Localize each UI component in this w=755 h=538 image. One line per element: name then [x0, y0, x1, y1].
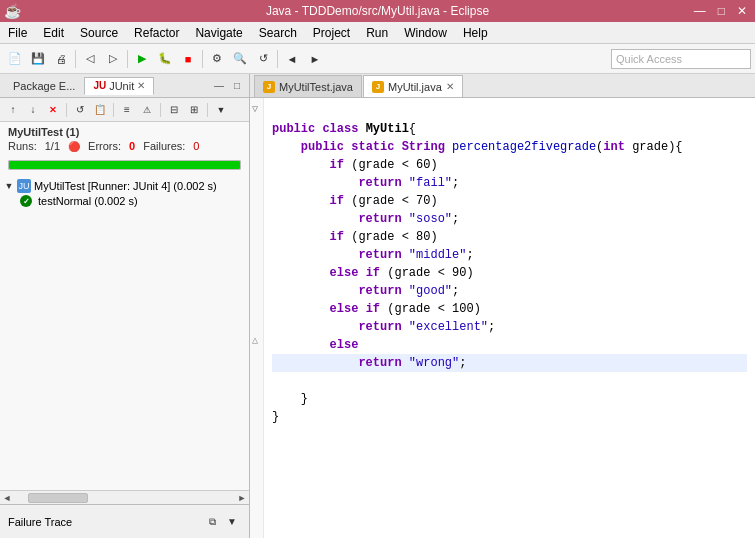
editor-tabs: J MyUtilTest.java J MyUtil.java ✕ — [250, 74, 755, 98]
title-bar-icon: ☕ — [4, 3, 21, 19]
fold-class[interactable]: ▽ — [250, 102, 263, 117]
tab-package-explorer[interactable]: Package E... — [4, 77, 84, 95]
junit-icon: JU — [93, 80, 106, 91]
menu-help[interactable]: Help — [455, 24, 496, 42]
menu-edit[interactable]: Edit — [35, 24, 72, 42]
myutil-tab-close[interactable]: ✕ — [446, 81, 454, 92]
code-editor[interactable]: ▽ △ public class MyUtil{ public static S… — [250, 98, 755, 538]
toolbar-next-btn[interactable]: ▷ — [102, 48, 124, 70]
junit-sep-4 — [207, 103, 208, 117]
junit-sep-1 — [66, 103, 67, 117]
test-tree[interactable]: ▼ JU MyUtilTest [Runner: JUnit 4] (0.002… — [0, 174, 249, 490]
toolbar-sep-2 — [127, 50, 128, 68]
junit-err-btn[interactable]: ✕ — [44, 101, 62, 119]
menu-search[interactable]: Search — [251, 24, 305, 42]
junit-rerun-btn[interactable]: ↺ — [71, 101, 89, 119]
main-area: Package E... JU JUnit ✕ — □ ↑ ↓ ✕ ↺ 📋 ≡ … — [0, 74, 755, 538]
tree-item-test[interactable]: ✓ testNormal (0.002 s) — [0, 194, 249, 208]
menu-navigate[interactable]: Navigate — [187, 24, 250, 42]
myutiltest-tab-label: MyUtilTest.java — [279, 81, 353, 93]
panel-controls: — □ — [211, 78, 245, 94]
tree-item-suite[interactable]: ▼ JU MyUtilTest [Runner: JUnit 4] (0.002… — [0, 178, 249, 194]
toolbar-sep-3 — [202, 50, 203, 68]
close-btn[interactable]: ✕ — [733, 4, 751, 18]
toolbar-new-btn[interactable]: 📄 — [4, 48, 26, 70]
junit-sep-3 — [160, 103, 161, 117]
menu-bar: File Edit Source Refactor Navigate Searc… — [0, 22, 755, 44]
errors-value: 0 — [129, 140, 135, 152]
toolbar-debug-btn[interactable]: 🐛 — [154, 48, 176, 70]
toolbar-sep-4 — [277, 50, 278, 68]
quick-access-field[interactable]: Quick Access — [611, 49, 751, 69]
title-bar: ☕ Java - TDDDemo/src/MyUtil.java - Eclip… — [0, 0, 755, 22]
tab-myutiltest[interactable]: J MyUtilTest.java — [254, 75, 362, 97]
fold-method-end[interactable]: △ — [250, 333, 263, 348]
toolbar-fwd-hist-btn[interactable]: ► — [304, 48, 326, 70]
myutil-tab-icon: J — [372, 81, 384, 93]
junit-layout2-btn[interactable]: ⊞ — [185, 101, 203, 119]
tab-junit-label: JUnit — [109, 80, 134, 92]
junit-toolbar: ↑ ↓ ✕ ↺ 📋 ≡ ⚠ ⊟ ⊞ ▼ — [0, 98, 249, 122]
toolbar-search-btn[interactable]: 🔍 — [229, 48, 251, 70]
junit-toggle-btn[interactable]: ≡ — [118, 101, 136, 119]
menu-refactor[interactable]: Refactor — [126, 24, 187, 42]
junit-history-btn[interactable]: 📋 — [91, 101, 109, 119]
test-info: MyUtilTest (1) Runs: 1/1 🔴 Errors: 0 Fai… — [0, 122, 249, 156]
junit-next-fail-btn[interactable]: ↓ — [24, 101, 42, 119]
test-pass-icon: ✓ — [20, 195, 32, 207]
test-progress-fill — [9, 161, 240, 169]
tab-myutil[interactable]: J MyUtil.java ✕ — [363, 75, 463, 97]
toolbar-back-hist-btn[interactable]: ◄ — [281, 48, 303, 70]
failure-trace-panel: Failure Trace ⧉ ▼ — [0, 504, 249, 538]
toolbar-build-btn[interactable]: ⚙ — [206, 48, 228, 70]
failures-value: 0 — [193, 140, 199, 152]
failure-trace-filter-btn[interactable]: ▼ — [223, 513, 241, 531]
menu-run[interactable]: Run — [358, 24, 396, 42]
tab-junit-close[interactable]: ✕ — [137, 80, 145, 91]
menu-window[interactable]: Window — [396, 24, 455, 42]
toolbar-run-btn[interactable]: ▶ — [131, 48, 153, 70]
minimize-btn[interactable]: — — [690, 4, 710, 18]
toolbar-prev-btn[interactable]: ◁ — [79, 48, 101, 70]
toolbar-ref-btn[interactable]: ↺ — [252, 48, 274, 70]
scroll-right-arrow[interactable]: ► — [235, 491, 249, 505]
scroll-left-arrow[interactable]: ◄ — [0, 491, 14, 505]
tree-expand-icon[interactable]: ▼ — [4, 181, 14, 191]
junit-prev-fail-btn[interactable]: ↑ — [4, 101, 22, 119]
menu-project[interactable]: Project — [305, 24, 358, 42]
menu-source[interactable]: Source — [72, 24, 126, 42]
toolbar-stop-btn[interactable]: ■ — [177, 48, 199, 70]
tab-package-explorer-label: Package E... — [13, 80, 75, 92]
error-indicator-icon: 🔴 — [68, 141, 80, 152]
junit-layout-btn[interactable]: ⊟ — [165, 101, 183, 119]
test-stats: Runs: 1/1 🔴 Errors: 0 Failures: 0 — [8, 140, 241, 152]
panel-maximize-btn[interactable]: □ — [229, 78, 245, 94]
quick-access-label: Quick Access — [616, 53, 682, 65]
fold-column: ▽ △ — [250, 98, 264, 538]
junit-dropdown-btn[interactable]: ▼ — [212, 101, 230, 119]
failures-label: Failures: — [143, 140, 185, 152]
toolbar-sep-1 — [75, 50, 76, 68]
failure-trace-label: Failure Trace — [8, 516, 199, 528]
left-panel-scrollbar[interactable]: ◄ ► — [0, 490, 249, 504]
test-suite-name: MyUtilTest (1) — [8, 126, 241, 138]
menu-file[interactable]: File — [0, 24, 35, 42]
test-label: testNormal (0.002 s) — [38, 195, 138, 207]
runs-value: 1/1 — [45, 140, 60, 152]
maximize-btn[interactable]: □ — [714, 4, 729, 18]
myutiltest-tab-icon: J — [263, 81, 275, 93]
code-content[interactable]: public class MyUtil{ public static Strin… — [264, 98, 755, 538]
toolbar-print-btn[interactable]: 🖨 — [50, 48, 72, 70]
failure-trace-buttons: ⧉ ▼ — [203, 513, 241, 531]
myutil-tab-label: MyUtil.java — [388, 81, 442, 93]
left-panel: Package E... JU JUnit ✕ — □ ↑ ↓ ✕ ↺ 📋 ≡ … — [0, 74, 250, 538]
tab-junit[interactable]: JU JUnit ✕ — [84, 77, 154, 95]
failure-trace-copy-btn[interactable]: ⧉ — [203, 513, 221, 531]
junit-show-only-failures-btn[interactable]: ⚠ — [138, 101, 156, 119]
panel-tabs: Package E... JU JUnit ✕ — □ — [0, 74, 249, 98]
panel-minimize-btn[interactable]: — — [211, 78, 227, 94]
toolbar-save-btn[interactable]: 💾 — [27, 48, 49, 70]
runs-label: Runs: — [8, 140, 37, 152]
scroll-thumb[interactable] — [28, 493, 88, 503]
title-bar-text: Java - TDDDemo/src/MyUtil.java - Eclipse — [266, 4, 489, 18]
